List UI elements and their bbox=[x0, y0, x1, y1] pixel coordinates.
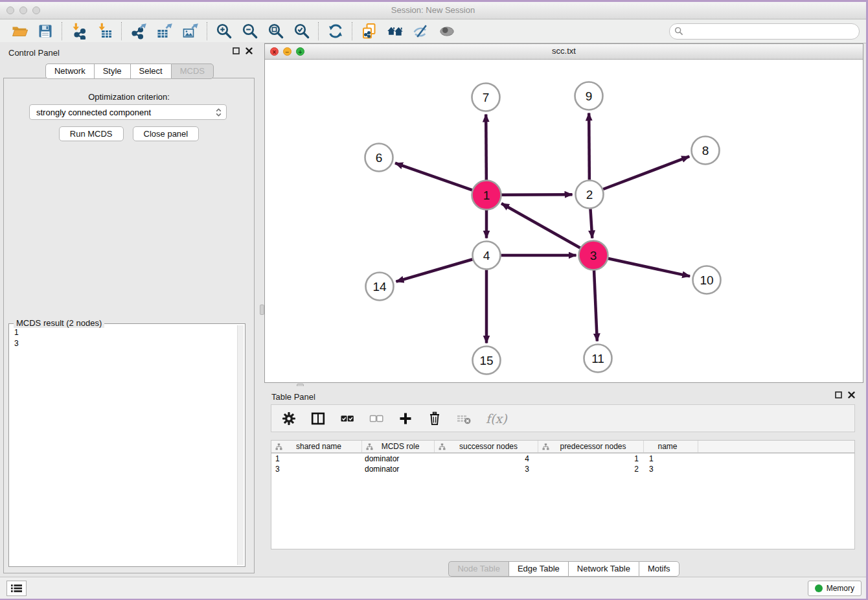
save-session-button[interactable] bbox=[32, 21, 58, 41]
home-view-button[interactable] bbox=[382, 21, 408, 41]
split-view-button[interactable] bbox=[311, 411, 325, 426]
graph-node-3[interactable]: 3 bbox=[579, 241, 608, 270]
add-column-button[interactable] bbox=[398, 411, 413, 426]
zoom-in-button[interactable] bbox=[211, 21, 237, 41]
run-mcds-button[interactable]: Run MCDS bbox=[59, 126, 124, 141]
export-image-button[interactable] bbox=[177, 21, 203, 41]
close-window-button[interactable] bbox=[6, 6, 14, 14]
graph-node-2[interactable]: 2 bbox=[576, 181, 604, 209]
graph-edge-1-7[interactable] bbox=[486, 114, 486, 180]
graph-node-14[interactable]: 14 bbox=[366, 273, 394, 301]
table-cell-shared-name[interactable]: 3 bbox=[271, 464, 362, 474]
graph-edge-3-10[interactable] bbox=[608, 259, 690, 277]
table-cell-shared-name[interactable]: 1 bbox=[271, 454, 362, 464]
import-table-button[interactable] bbox=[92, 21, 118, 41]
column-header-mcds-role[interactable]: MCDS role bbox=[362, 441, 435, 452]
share-document-button[interactable] bbox=[356, 21, 382, 41]
column-header-name[interactable]: name bbox=[644, 441, 698, 452]
graph-edge-1-2[interactable] bbox=[501, 194, 572, 195]
close-panel-icon[interactable] bbox=[246, 47, 253, 54]
tab-mcds[interactable]: MCDS bbox=[171, 63, 214, 79]
delete-table-icon bbox=[457, 411, 471, 426]
task-history-button[interactable] bbox=[6, 581, 27, 596]
network-canvas[interactable]: 7968124314101511 bbox=[265, 60, 863, 382]
graph-node-10[interactable]: 10 bbox=[693, 266, 721, 294]
splitter-handle[interactable] bbox=[260, 305, 264, 315]
graph-node-6[interactable]: 6 bbox=[365, 144, 393, 172]
table-cell-name[interactable]: 1 bbox=[644, 454, 698, 464]
graph-edge-2-9[interactable] bbox=[589, 113, 589, 179]
graph-node-15[interactable]: 15 bbox=[473, 347, 501, 375]
minimize-view-button[interactable]: − bbox=[283, 47, 291, 56]
graph-node-9[interactable]: 9 bbox=[575, 82, 603, 110]
zoom-out-button[interactable] bbox=[237, 21, 263, 41]
zoom-window-button[interactable] bbox=[32, 6, 40, 14]
float-table-panel-icon[interactable] bbox=[835, 391, 842, 398]
table-tab-node-table[interactable]: Node Table bbox=[448, 561, 508, 577]
network-view-title: scc.txt bbox=[265, 44, 863, 58]
zoom-out-icon bbox=[242, 23, 258, 40]
mcds-result-text[interactable]: 1 3 bbox=[11, 326, 236, 564]
select-all-button[interactable] bbox=[340, 411, 354, 426]
search-input[interactable] bbox=[669, 23, 860, 40]
show-all-button[interactable] bbox=[434, 21, 460, 41]
graph-node-7[interactable]: 7 bbox=[472, 84, 500, 111]
node-label: 14 bbox=[372, 280, 387, 294]
table-row[interactable]: 3dominator323 bbox=[271, 464, 854, 474]
zoom-view-button[interactable]: + bbox=[296, 47, 304, 56]
table-cell-name[interactable]: 3 bbox=[644, 464, 698, 474]
table-cell-successor-nodes[interactable]: 3 bbox=[435, 464, 538, 474]
network-graph[interactable]: 7968124314101511 bbox=[265, 60, 864, 384]
graph-edge-2-8[interactable] bbox=[603, 156, 689, 189]
vertical-splitter[interactable] bbox=[259, 42, 264, 577]
zoom-fit-button[interactable] bbox=[263, 21, 289, 41]
graph-edge-3-1[interactable] bbox=[501, 203, 580, 248]
table-cell-mcds-role[interactable]: dominator bbox=[362, 464, 435, 474]
table-tab-edge-table[interactable]: Edge Table bbox=[508, 561, 568, 577]
open-session-button[interactable] bbox=[6, 21, 32, 41]
column-header-shared-name[interactable]: shared name bbox=[271, 441, 362, 452]
delete-column-button[interactable] bbox=[428, 411, 442, 426]
export-network-button[interactable] bbox=[126, 21, 152, 41]
minimize-window-button[interactable] bbox=[19, 6, 27, 14]
column-header-successor-nodes[interactable]: successor nodes bbox=[435, 441, 538, 452]
function-builder-button[interactable]: f(x) bbox=[486, 411, 507, 426]
graph-node-11[interactable]: 11 bbox=[584, 345, 612, 373]
table-row[interactable]: 1dominator411 bbox=[271, 454, 854, 464]
result-scrollbar[interactable] bbox=[237, 325, 244, 565]
graph-edge-2-3[interactable] bbox=[590, 209, 592, 238]
graph-node-8[interactable]: 8 bbox=[692, 137, 720, 165]
table-cell-predecessor-nodes[interactable]: 2 bbox=[538, 464, 644, 474]
graph-edge-1-6[interactable] bbox=[395, 163, 473, 190]
import-network-button[interactable] bbox=[66, 21, 92, 41]
tab-style[interactable]: Style bbox=[94, 63, 130, 79]
close-table-panel-icon[interactable] bbox=[848, 391, 855, 398]
table-tab-network-table[interactable]: Network Table bbox=[568, 561, 639, 577]
float-panel-icon[interactable] bbox=[233, 47, 240, 54]
export-table-button[interactable] bbox=[152, 21, 177, 41]
table-cell-successor-nodes[interactable]: 4 bbox=[435, 454, 538, 464]
close-view-button[interactable]: × bbox=[270, 47, 279, 56]
refresh-view-button[interactable] bbox=[323, 21, 348, 41]
table-cell-mcds-role[interactable]: dominator bbox=[362, 454, 435, 464]
delete-table-button[interactable] bbox=[457, 411, 471, 426]
graph-edge-4-14[interactable] bbox=[396, 259, 472, 281]
criterion-select[interactable]: strongly connected component bbox=[29, 104, 227, 120]
table-tab-motifs[interactable]: Motifs bbox=[639, 561, 680, 577]
graph-edge-3-11[interactable] bbox=[594, 270, 597, 341]
hide-unselected-icon bbox=[413, 23, 429, 40]
hide-unselected-button[interactable] bbox=[408, 21, 434, 41]
tab-network[interactable]: Network bbox=[45, 63, 94, 79]
zoom-selected-button[interactable] bbox=[289, 21, 315, 41]
deselect-all-button[interactable] bbox=[369, 411, 383, 426]
tab-select[interactable]: Select bbox=[130, 63, 171, 79]
graph-node-1[interactable]: 1 bbox=[472, 181, 501, 210]
column-header-predecessor-nodes[interactable]: predecessor nodes bbox=[538, 441, 644, 452]
close-panel-button[interactable]: Close panel bbox=[133, 126, 200, 141]
graph-node-4[interactable]: 4 bbox=[473, 242, 501, 270]
network-view-window: × − + scc.txt 7968124314101511 bbox=[264, 43, 863, 383]
table-cell-predecessor-nodes[interactable]: 1 bbox=[538, 454, 644, 464]
memory-button[interactable]: Memory bbox=[808, 581, 862, 596]
table-settings-button[interactable] bbox=[282, 411, 296, 426]
application-window: Session: New Session Control Panel bbox=[0, 2, 866, 599]
